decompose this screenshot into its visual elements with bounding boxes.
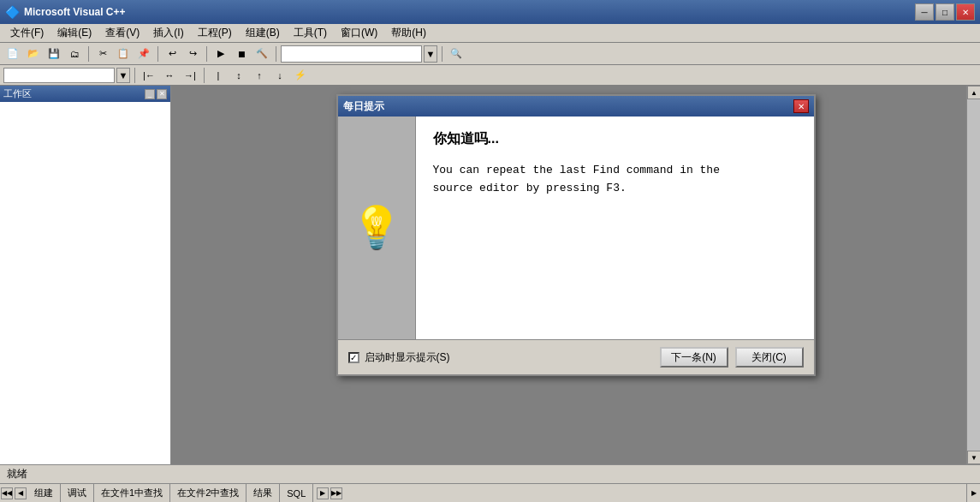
left-panel-content (0, 102, 170, 501)
paste-button[interactable]: 📌 (134, 45, 153, 63)
tip-icon: 💡 (351, 204, 402, 252)
toolbar2-btn2[interactable]: ↔ (160, 67, 179, 84)
toolbar-main: 📄 📂 💾 🗂 ✂ 📋 📌 ↩ ↪ ▶ ⏹ 🔨 ▼ 🔍 (0, 43, 980, 65)
separator-1 (88, 46, 89, 62)
daily-tip-dialog: 每日提示 ✕ 💡 你知道吗. (336, 94, 816, 376)
next-tip-button[interactable]: 下一条(N) (660, 347, 728, 368)
cut-button[interactable]: ✂ (93, 45, 112, 63)
maximize-button[interactable]: □ (935, 3, 954, 21)
redo-button[interactable]: ↪ (183, 45, 202, 63)
search-button[interactable]: 🔍 (447, 45, 466, 63)
left-panel: 工作区 _ ✕ (0, 86, 171, 502)
separator-7 (204, 68, 205, 83)
app-title: Microsoft Visual C++ (24, 6, 910, 18)
tab-bar: ◀◀ ◀ 组建 调试 在文件1中查找 在文件2中查找 结果 SQL ▶ ▶▶ ▶ (0, 483, 980, 502)
file-arrow[interactable]: ▼ (116, 68, 130, 83)
dialog-content-panel: 你知道吗... You can repeat the last Find com… (415, 117, 814, 339)
toolbar2-btn5[interactable]: ↕ (229, 67, 248, 84)
tab-results[interactable]: 结果 (246, 484, 280, 502)
separator-2 (157, 46, 158, 62)
show-on-startup-area: ✓ 启动时显示提示(S) (348, 350, 660, 365)
tab-next-button[interactable]: ▶ (317, 487, 329, 499)
dialog-close-x-button[interactable]: ✕ (793, 99, 809, 113)
toolbar-secondary: ▼ |← ↔ →| | ↕ ↑ ↓ ⚡ (0, 65, 980, 86)
toolbar2-btn6[interactable]: ↑ (250, 67, 269, 84)
dialog-action-buttons: 下一条(N) 关闭(C) (660, 347, 804, 368)
separator-4 (276, 46, 276, 62)
tab-build[interactable]: 组建 (27, 484, 61, 502)
new-file-button[interactable]: 📄 (3, 45, 22, 63)
dialog-footer: ✓ 启动时显示提示(S) 下一条(N) 关闭(C) (338, 339, 814, 374)
panel-minimize-btn[interactable]: _ (145, 89, 155, 99)
menu-build[interactable]: 组建(B) (239, 24, 287, 42)
tab-sql[interactable]: SQL (280, 484, 313, 502)
status-text: 就绪 (7, 467, 27, 481)
close-button[interactable]: ✕ (956, 3, 975, 21)
toolbar2-btn8[interactable]: ⚡ (291, 67, 310, 84)
separator-5 (442, 46, 442, 62)
panel-scroll-right[interactable]: ▶ (966, 484, 980, 503)
app-icon: 🔷 (5, 5, 19, 19)
file-dropdown[interactable] (3, 68, 115, 83)
tab-debug[interactable]: 调试 (61, 484, 94, 502)
save-button[interactable]: 💾 (45, 45, 63, 63)
dialog-heading: 你知道吗... (433, 130, 797, 148)
status-bar: 就绪 (0, 464, 980, 483)
config-arrow[interactable]: ▼ (424, 45, 437, 63)
dialog-title: 每日提示 (343, 99, 790, 114)
open-button[interactable]: 📂 (24, 45, 43, 63)
dialog-icon-panel: 💡 (338, 117, 415, 339)
tab-prev-button[interactable]: ◀ (15, 487, 27, 499)
menu-project[interactable]: 工程(P) (191, 24, 239, 42)
toolbar2-btn3[interactable]: →| (181, 67, 199, 84)
left-panel-title: 工作区 _ ✕ (0, 86, 170, 102)
save-all-button[interactable]: 🗂 (65, 45, 84, 63)
copy-button[interactable]: 📋 (114, 45, 133, 63)
tab-find2[interactable]: 在文件2中查找 (170, 484, 246, 502)
toolbar2-btn1[interactable]: |← (140, 67, 158, 84)
close-dialog-button[interactable]: 关闭(C) (735, 347, 804, 368)
menu-file[interactable]: 文件(F) (3, 24, 50, 42)
separator-6 (134, 68, 135, 83)
menu-view[interactable]: 查看(V) (98, 24, 146, 42)
run-button[interactable]: ▶ (211, 45, 230, 63)
config-dropdown[interactable] (281, 45, 422, 63)
dialog-title-bar: 每日提示 ✕ (338, 96, 814, 117)
tab-last-button[interactable]: ▶▶ (330, 487, 342, 499)
minimize-button[interactable]: ─ (915, 3, 934, 21)
menu-insert[interactable]: 插入(I) (146, 24, 190, 42)
dialog-overlay: 每日提示 ✕ 💡 你知道吗. (171, 86, 980, 502)
menu-tools[interactable]: 工具(T) (287, 24, 334, 42)
dialog-tip-text: You can repeat the last Find command in … (433, 162, 797, 198)
show-on-startup-label: 启动时显示提示(S) (365, 350, 450, 365)
toolbar2-btn7[interactable]: ↓ (270, 67, 289, 84)
panel-close-btn[interactable]: ✕ (157, 89, 167, 99)
stop-button[interactable]: ⏹ (232, 45, 251, 63)
content-area: ▲ ▼ 每日提示 ✕ (171, 86, 980, 502)
menu-window[interactable]: 窗口(W) (334, 24, 384, 42)
title-bar: 🔷 Microsoft Visual C++ ─ □ ✕ (0, 0, 980, 24)
separator-3 (206, 46, 207, 62)
toolbar2-btn4[interactable]: | (209, 67, 228, 84)
undo-button[interactable]: ↩ (163, 45, 181, 63)
build-button[interactable]: 🔨 (252, 45, 271, 63)
menu-edit[interactable]: 编辑(E) (50, 24, 98, 42)
window-controls: ─ □ ✕ (915, 3, 975, 21)
menu-bar: 文件(F) 编辑(E) 查看(V) 插入(I) 工程(P) 组建(B) 工具(T… (0, 24, 980, 43)
dialog-body: 💡 你知道吗... You can repeat the last Find c… (338, 117, 814, 339)
menu-help[interactable]: 帮助(H) (384, 24, 433, 42)
tab-first-button[interactable]: ◀◀ (1, 487, 13, 499)
tab-find1[interactable]: 在文件1中查找 (94, 484, 170, 502)
show-on-startup-checkbox[interactable]: ✓ (348, 352, 359, 363)
